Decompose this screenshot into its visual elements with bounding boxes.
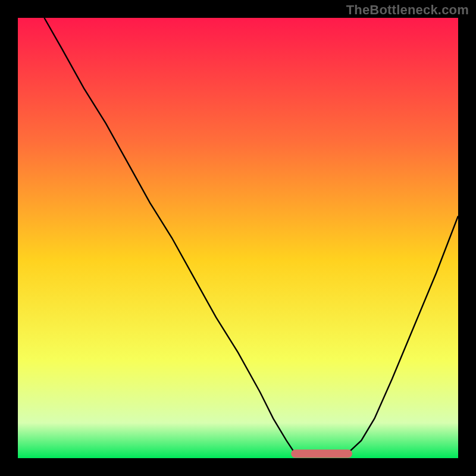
plot-area [18, 18, 458, 458]
bottleneck-chart: TheBottleneck.com [0, 0, 476, 476]
chart-canvas [0, 0, 476, 476]
watermark-label: TheBottleneck.com [346, 2, 469, 18]
